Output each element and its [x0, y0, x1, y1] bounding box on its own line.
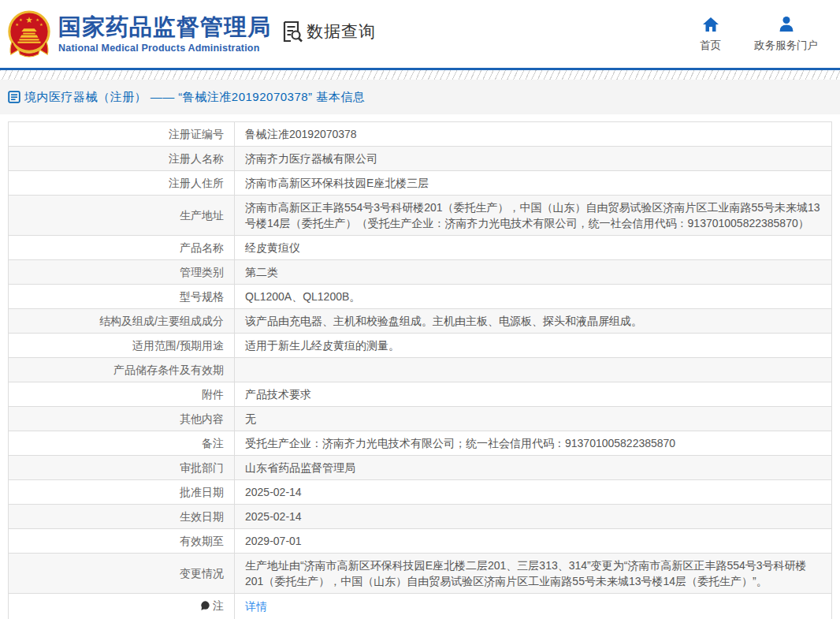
table-row: 结构及组成/主要组成成分该产品由充电器、主机和校验盘组成。主机由主板、电源板、探…: [9, 309, 832, 334]
table-row: 审批部门山东省药品监督管理局: [9, 456, 832, 480]
row-label: 适用范围/预期用途: [9, 334, 235, 358]
table-row: 生效日期2025-02-14: [9, 505, 832, 529]
row-value: 2025-02-14: [235, 505, 832, 529]
row-value: 适用于新生儿经皮黄疸的测量。: [235, 334, 832, 358]
row-value: 济南齐力医疗器械有限公司: [235, 147, 832, 171]
table-row: 有效期至2029-07-01: [9, 529, 832, 554]
header-nav: 首页 政务服务门户: [700, 15, 818, 53]
data-query-section[interactable]: 数据查询: [282, 21, 376, 43]
row-label: 生产地址: [9, 196, 235, 236]
table-row: 适用范围/预期用途适用于新生儿经皮黄疸的测量。: [9, 334, 832, 358]
row-label: 批准日期: [9, 480, 235, 505]
row-label: 注: [9, 594, 235, 619]
comment-balloon-icon: [200, 599, 210, 615]
page: ★ ★ ★ ★ ★ 国家药品监督管理局 National Medical Pro…: [0, 0, 840, 619]
row-label: 型号规格: [9, 285, 235, 309]
nav-home-label: 首页: [700, 39, 721, 53]
detail-link[interactable]: 详情: [245, 600, 267, 613]
svg-text:★: ★: [39, 22, 43, 27]
table-row: 管理类别第二类: [9, 260, 832, 285]
table-row: 注册证编号鲁械注准20192070378: [9, 122, 832, 147]
row-value: 该产品由充电器、主机和校验盘组成。主机由主板、电源板、探头和液晶屏组成。: [235, 309, 832, 334]
row-label: 其他内容: [9, 407, 235, 431]
data-query-label: 数据查询: [307, 21, 376, 43]
row-label: 产品名称: [9, 236, 235, 260]
list-page-icon: [8, 91, 20, 103]
row-value: 产品技术要求: [235, 382, 832, 407]
breadcrumb: 境内医疗器械（注册） —— “鲁械注准20192070378” 基本信息: [0, 80, 840, 114]
svg-text:★: ★: [19, 17, 23, 22]
table-row: 变更情况生产地址由“济南市高新区环保科技园E座北楼二层201、三层313、314…: [9, 554, 832, 594]
row-value: [235, 358, 832, 382]
row-label: 生效日期: [9, 505, 235, 529]
home-icon: [701, 15, 720, 34]
row-value: 生产地址由“济南市高新区环保科技园E座北楼二层201、三层313、314”变更为…: [235, 554, 832, 594]
table-row: 注详情: [9, 594, 832, 619]
row-value: 山东省药品监督管理局: [235, 456, 832, 480]
row-label: 结构及组成/主要组成成分: [9, 309, 235, 334]
row-value: 经皮黄疸仪: [235, 236, 832, 260]
row-value: 详情: [235, 594, 832, 619]
table-row: 其他内容无: [9, 407, 832, 431]
table-row: 产品名称经皮黄疸仪: [9, 236, 832, 260]
national-emblem-icon[interactable]: ★ ★ ★ ★ ★: [6, 9, 52, 59]
row-label: 审批部门: [9, 456, 235, 480]
info-table: 注册证编号鲁械注准20192070378注册人名称济南齐力医疗器械有限公司注册人…: [8, 121, 832, 619]
row-label: 管理类别: [9, 260, 235, 285]
row-value: QL1200A、QL1200B。: [235, 285, 832, 309]
site-subtitle: National Medical Products Administration: [58, 43, 271, 54]
nav-home[interactable]: 首页: [700, 15, 721, 53]
nav-gov-portal[interactable]: 政务服务门户: [754, 15, 818, 53]
table-row: 批准日期2025-02-14: [9, 480, 832, 505]
breadcrumb-text[interactable]: 境内医疗器械（注册） —— “鲁械注准20192070378” 基本信息: [24, 90, 365, 105]
site-title-block: 国家药品监督管理局 National Medical Products Admi…: [58, 14, 271, 53]
table-row: 备注受托生产企业：济南齐力光电技术有限公司；统一社会信用代码：913701005…: [9, 431, 832, 456]
nav-gov-portal-label: 政务服务门户: [754, 39, 818, 53]
table-row: 注册人名称济南齐力医疗器械有限公司: [9, 147, 832, 171]
row-value: 鲁械注准20192070378: [235, 122, 832, 147]
row-value: 受托生产企业：济南齐力光电技术有限公司；统一社会信用代码：91370100582…: [235, 431, 832, 456]
row-value: 2025-02-14: [235, 480, 832, 505]
table-row: 生产地址济南市高新区正丰路554号3号科研楼201（委托生产），中国（山东）自由…: [9, 196, 832, 236]
row-value: 济南市高新区环保科技园E座北楼三层: [235, 171, 832, 196]
row-label: 产品储存条件及有效期: [9, 358, 235, 382]
row-value: 无: [235, 407, 832, 431]
table-row: 注册人住所济南市高新区环保科技园E座北楼三层: [9, 171, 832, 196]
svg-text:★: ★: [35, 17, 39, 22]
row-label: 有效期至: [9, 529, 235, 554]
hatch-band: [0, 70, 840, 80]
row-label: 变更情况: [9, 554, 235, 594]
row-label: 注册证编号: [9, 122, 235, 147]
row-label: 附件: [9, 382, 235, 407]
row-value: 第二类: [235, 260, 832, 285]
user-icon: [777, 15, 796, 34]
table-row: 产品储存条件及有效期: [9, 358, 832, 382]
svg-text:★: ★: [25, 15, 33, 24]
document-search-icon: [282, 21, 303, 43]
row-value: 2029-07-01: [235, 529, 832, 554]
row-value: 济南市高新区正丰路554号3号科研楼201（委托生产），中国（山东）自由贸易试验…: [235, 196, 832, 236]
info-table-body: 注册证编号鲁械注准20192070378注册人名称济南齐力医疗器械有限公司注册人…: [9, 122, 832, 619]
table-wrap: 注册证编号鲁械注准20192070378注册人名称济南齐力医疗器械有限公司注册人…: [8, 121, 832, 619]
table-row: 型号规格QL1200A、QL1200B。: [9, 285, 832, 309]
row-label: 注册人住所: [9, 171, 235, 196]
row-label: 注册人名称: [9, 147, 235, 171]
site-header: ★ ★ ★ ★ ★ 国家药品监督管理局 National Medical Pro…: [0, 0, 840, 68]
table-row: 附件产品技术要求: [9, 382, 832, 407]
site-title: 国家药品监督管理局: [58, 14, 271, 40]
svg-text:★: ★: [15, 22, 19, 27]
row-label: 备注: [9, 431, 235, 456]
